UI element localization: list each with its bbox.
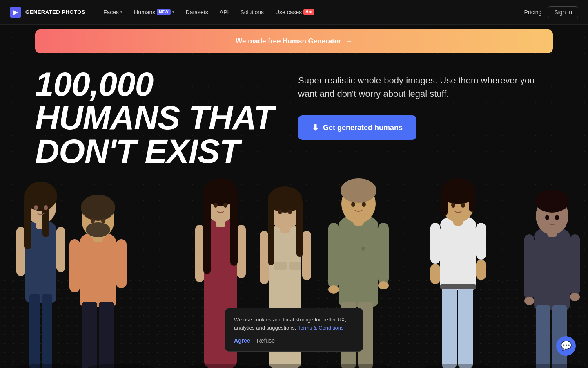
- new-badge: New: [157, 9, 170, 15]
- banner-arrow: →: [345, 37, 352, 45]
- svg-point-86: [570, 293, 580, 301]
- nav-right: Pricing Sign In: [524, 6, 578, 18]
- logo[interactable]: ▶ GENERATED PHOTOS: [10, 7, 85, 18]
- svg-point-55: [328, 285, 339, 294]
- svg-rect-53: [328, 223, 339, 288]
- hero-description: Super realistic whole-body images. Use t…: [298, 74, 553, 140]
- hero-text: 100,000 HUMANS THAT DON'T EXIST: [35, 67, 274, 168]
- svg-rect-16: [99, 302, 114, 368]
- svg-rect-65: [442, 285, 457, 368]
- svg-rect-76: [469, 191, 475, 212]
- svg-point-21: [81, 195, 115, 221]
- hero-title-line2: HUMANS THAT: [35, 101, 274, 135]
- cta-label: Get generated humans: [323, 123, 403, 132]
- svg-rect-2: [29, 294, 40, 368]
- svg-point-92: [16, 364, 82, 368]
- svg-point-90: [545, 215, 549, 220]
- svg-point-34: [214, 203, 218, 208]
- cookie-text: We use cookies and local storage for bet…: [234, 316, 354, 332]
- hero-title-line1: 100,000: [35, 67, 274, 101]
- cookie-banner: We use cookies and local storage for bet…: [225, 308, 363, 352]
- svg-rect-75: [441, 191, 448, 216]
- svg-rect-83: [524, 234, 534, 300]
- hot-badge: Hot: [303, 9, 314, 15]
- hero-desc-paragraph: Super realistic whole-body images. Use t…: [298, 74, 553, 101]
- svg-rect-43: [268, 200, 274, 265]
- svg-rect-38: [260, 231, 269, 284]
- svg-rect-66: [458, 285, 473, 368]
- svg-point-45: [278, 209, 282, 214]
- svg-rect-70: [430, 264, 440, 284]
- main-content: We made free Human Generator → 100,000 H…: [0, 25, 588, 368]
- svg-rect-10: [42, 196, 49, 237]
- hero-title-line3: DON'T EXIST: [35, 135, 274, 168]
- svg-rect-27: [195, 225, 204, 282]
- svg-rect-17: [69, 239, 80, 292]
- svg-rect-18: [116, 239, 127, 288]
- svg-point-95: [253, 364, 318, 368]
- nav-solutions[interactable]: Solutions: [235, 7, 269, 18]
- svg-rect-54: [378, 223, 389, 284]
- nav-links: Faces ▾ Humans New ▾ Datasets API Soluti…: [98, 7, 524, 18]
- nav-humans[interactable]: Humans New ▾: [129, 7, 179, 18]
- logo-icon: ▶: [10, 7, 21, 18]
- chevron-down-icon: ▾: [172, 10, 174, 14]
- svg-point-60: [351, 202, 355, 207]
- svg-point-62: [361, 247, 365, 251]
- svg-point-59: [341, 178, 376, 203]
- svg-rect-15: [82, 302, 97, 368]
- svg-point-23: [91, 218, 95, 223]
- svg-rect-68: [430, 223, 440, 264]
- nav-datasets[interactable]: Datasets: [181, 7, 213, 18]
- nav-api[interactable]: API: [215, 7, 234, 18]
- banner-text: We made free Human Generator: [236, 37, 341, 45]
- pricing-link[interactable]: Pricing: [524, 9, 542, 16]
- svg-rect-69: [476, 223, 486, 260]
- svg-point-91: [555, 215, 559, 220]
- svg-rect-81: [536, 305, 550, 368]
- svg-rect-14: [80, 241, 116, 307]
- svg-rect-64: [440, 225, 476, 290]
- svg-point-94: [188, 364, 253, 368]
- svg-point-35: [223, 203, 227, 208]
- svg-rect-80: [534, 236, 570, 310]
- svg-point-77: [451, 203, 455, 208]
- logo-text: GENERATED PHOTOS: [25, 9, 85, 15]
- svg-point-46: [288, 209, 292, 214]
- nav-use-cases[interactable]: Use cases Hot: [270, 7, 319, 18]
- svg-point-12: [44, 205, 48, 210]
- cta-button[interactable]: ⬇ Get generated humans: [298, 115, 416, 140]
- svg-point-97: [425, 364, 491, 368]
- download-icon: ⬇: [312, 123, 319, 132]
- svg-rect-32: [203, 192, 211, 274]
- svg-rect-3: [42, 294, 52, 368]
- svg-point-61: [362, 202, 366, 207]
- svg-point-93: [88, 364, 153, 368]
- svg-rect-48: [289, 262, 301, 270]
- svg-rect-39: [302, 231, 311, 280]
- svg-rect-84: [570, 234, 580, 296]
- svg-rect-5: [56, 227, 65, 272]
- svg-rect-44: [296, 200, 303, 257]
- svg-point-22: [86, 222, 110, 237]
- cookie-refuse-button[interactable]: Refuse: [257, 337, 275, 344]
- svg-rect-47: [274, 262, 287, 270]
- svg-rect-67: [440, 284, 476, 289]
- chat-button[interactable]: 💬: [556, 336, 576, 356]
- svg-rect-33: [230, 192, 238, 266]
- promo-banner[interactable]: We made free Human Generator →: [35, 29, 553, 53]
- svg-point-85: [524, 297, 534, 305]
- chevron-down-icon: ▾: [120, 10, 122, 14]
- cookie-agree-button[interactable]: Agree: [234, 337, 250, 344]
- navbar: ▶ GENERATED PHOTOS Faces ▾ Humans New ▾ …: [0, 0, 588, 25]
- signin-button[interactable]: Sign In: [548, 6, 578, 18]
- cookie-terms-link[interactable]: Terms & Conditions: [298, 325, 344, 331]
- nav-faces[interactable]: Faces ▾: [98, 7, 127, 18]
- svg-point-24: [101, 218, 105, 223]
- chat-icon: 💬: [561, 341, 572, 351]
- svg-rect-4: [16, 227, 25, 276]
- svg-point-56: [378, 281, 389, 289]
- svg-point-89: [535, 190, 569, 213]
- svg-point-98: [519, 364, 585, 368]
- svg-point-96: [327, 364, 392, 368]
